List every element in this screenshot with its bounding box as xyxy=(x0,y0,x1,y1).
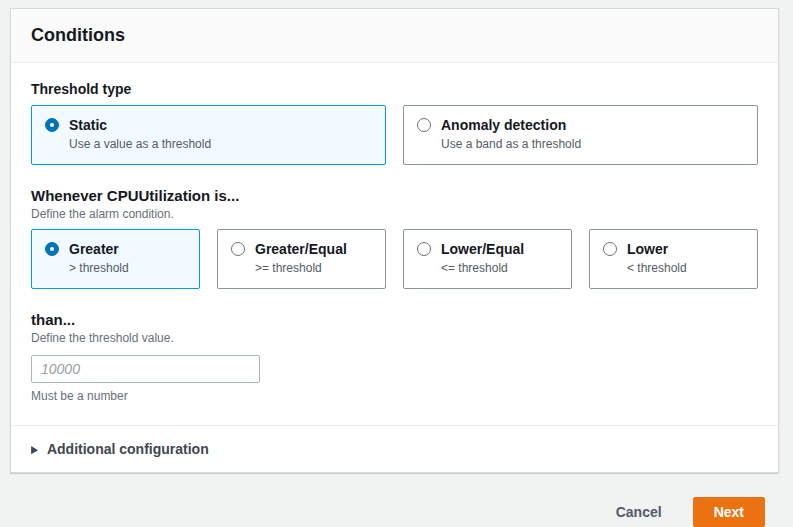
alarm-condition-tiles: Greater > threshold Greater/Equal >= thr… xyxy=(31,229,758,289)
tile-lower[interactable]: Lower < threshold xyxy=(589,229,758,289)
tile-static-title: Static xyxy=(69,116,211,134)
footer-actions: Cancel Next xyxy=(10,473,779,527)
tile-lower-title: Lower xyxy=(627,240,687,258)
threshold-value-label: than... xyxy=(31,311,758,328)
tile-static-description: Use a value as a threshold xyxy=(69,137,211,152)
next-button[interactable]: Next xyxy=(693,497,765,527)
tile-greater-description: > threshold xyxy=(69,261,129,276)
tile-static[interactable]: Static Use a value as a threshold xyxy=(31,105,386,165)
additional-configuration-expander[interactable]: ▶ Additional configuration xyxy=(11,425,778,472)
panel-body: Threshold type Static Use a value as a t… xyxy=(11,63,778,425)
tile-lower-equal-title: Lower/Equal xyxy=(441,240,524,258)
tile-greater-equal-description: >= threshold xyxy=(255,261,347,276)
caret-right-icon: ▶ xyxy=(31,443,38,455)
tile-greater-title: Greater xyxy=(69,240,129,258)
tile-lower-description: < threshold xyxy=(627,261,687,276)
threshold-value-input[interactable] xyxy=(31,355,260,383)
alarm-condition-group: Whenever CPUUtilization is... Define the… xyxy=(31,187,758,289)
tile-greater[interactable]: Greater > threshold xyxy=(31,229,200,289)
threshold-type-group: Threshold type Static Use a value as a t… xyxy=(31,81,758,165)
radio-unchecked-icon[interactable] xyxy=(417,118,431,132)
threshold-type-label: Threshold type xyxy=(31,81,758,97)
additional-configuration-label: Additional configuration xyxy=(47,441,209,457)
alarm-condition-description: Define the alarm condition. xyxy=(31,207,758,221)
threshold-type-tiles: Static Use a value as a threshold Anomal… xyxy=(31,105,758,165)
page: Conditions Threshold type Static Use a v… xyxy=(0,0,793,527)
panel-title: Conditions xyxy=(31,25,758,46)
threshold-value-constraint: Must be a number xyxy=(31,389,758,403)
radio-unchecked-icon[interactable] xyxy=(231,242,245,256)
radio-checked-icon[interactable] xyxy=(45,118,59,132)
panel-header: Conditions xyxy=(11,9,778,63)
tile-anomaly-detection-description: Use a band as a threshold xyxy=(441,137,581,152)
radio-unchecked-icon[interactable] xyxy=(603,242,617,256)
threshold-value-group: than... Define the threshold value. Must… xyxy=(31,311,758,403)
tile-lower-equal[interactable]: Lower/Equal <= threshold xyxy=(403,229,572,289)
tile-greater-equal[interactable]: Greater/Equal >= threshold xyxy=(217,229,386,289)
radio-checked-icon[interactable] xyxy=(45,242,59,256)
alarm-condition-label: Whenever CPUUtilization is... xyxy=(31,187,758,204)
conditions-panel: Conditions Threshold type Static Use a v… xyxy=(10,8,779,473)
tile-lower-equal-description: <= threshold xyxy=(441,261,524,276)
radio-unchecked-icon[interactable] xyxy=(417,242,431,256)
tile-anomaly-detection[interactable]: Anomaly detection Use a band as a thresh… xyxy=(403,105,758,165)
cancel-button[interactable]: Cancel xyxy=(595,498,683,526)
tile-greater-equal-title: Greater/Equal xyxy=(255,240,347,258)
tile-anomaly-detection-title: Anomaly detection xyxy=(441,116,581,134)
threshold-value-description: Define the threshold value. xyxy=(31,331,758,345)
